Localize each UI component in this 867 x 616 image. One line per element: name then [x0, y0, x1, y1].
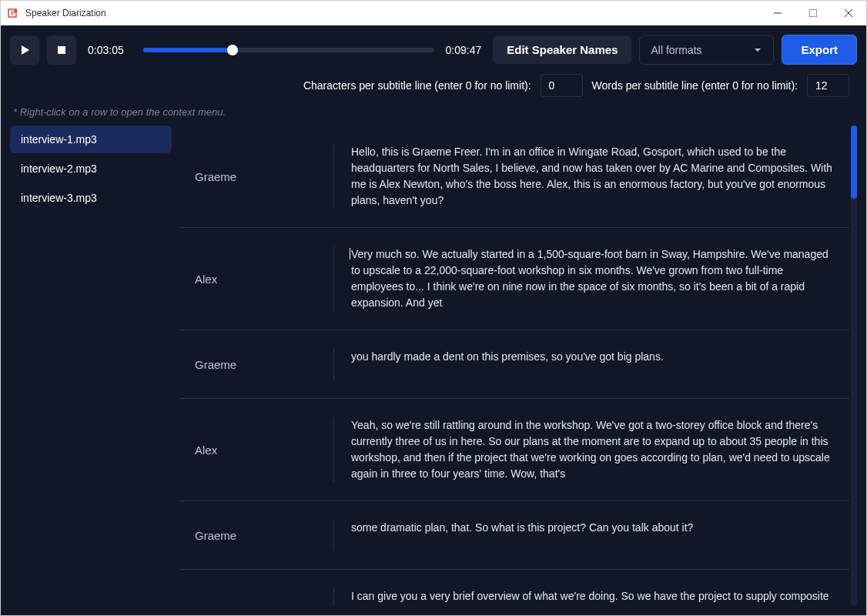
close-button[interactable] [831, 1, 866, 25]
segment-divider [333, 520, 334, 551]
format-dropdown[interactable]: All formats [639, 35, 774, 65]
transcript-segment[interactable]: AlexYeah, so we're still rattling around… [179, 399, 849, 501]
window-title: Speaker Diarization [25, 8, 760, 18]
segment-speaker: Alex [195, 417, 333, 482]
file-item[interactable]: interview-3.mp3 [10, 184, 172, 212]
titlebar: Speaker Diarization [1, 1, 866, 25]
file-item[interactable]: interview-2.mp3 [10, 155, 172, 182]
progress-track[interactable] [143, 48, 434, 52]
transcript-segment[interactable]: Graemeyou hardly made a dent on this pre… [179, 330, 849, 399]
svg-rect-2 [809, 9, 817, 17]
segment-speaker: Graeme [195, 520, 333, 551]
file-list: interview-1.mp3interview-2.mp3interview-… [10, 126, 172, 606]
minimize-button[interactable] [760, 1, 795, 25]
transcript: GraemeHello, this is Graeme Freer. I'm i… [179, 126, 849, 606]
progress-handle[interactable] [227, 45, 238, 55]
transcript-segment[interactable]: GraemeHello, this is Graeme Freer. I'm i… [179, 126, 849, 228]
svg-rect-5 [58, 46, 65, 54]
subtitle-options: Characters per subtitle line (enter 0 fo… [10, 74, 857, 97]
file-item[interactable]: interview-1.mp3 [10, 126, 172, 153]
segment-divider [333, 349, 334, 380]
chevron-down-icon [753, 45, 762, 55]
segment-speaker: Graeme [195, 144, 333, 209]
words-per-line-label: Words per subtitle line (enter 0 for no … [592, 79, 798, 92]
chars-per-line-label: Characters per subtitle line (enter 0 fo… [303, 79, 531, 92]
segment-divider [333, 588, 334, 606]
segment-text[interactable]: Hello, this is Graeme Freer. I'm in an o… [351, 144, 834, 209]
segment-divider [333, 417, 334, 482]
chars-per-line-input[interactable] [541, 74, 583, 97]
segment-text[interactable]: Very much so. We actually started in a 1… [351, 246, 834, 311]
stop-button[interactable] [47, 35, 76, 65]
toolbar: 0:03:05 0:09:47 Edit Speaker Names All f… [10, 35, 857, 65]
scrollbar[interactable] [851, 126, 857, 606]
duration-time: 0:09:47 [446, 44, 482, 56]
app-icon [7, 7, 19, 19]
app-body: 0:03:05 0:09:47 Edit Speaker Names All f… [1, 25, 866, 615]
segment-text[interactable]: some dramatic plan, that. So what is thi… [351, 520, 834, 551]
segment-divider [333, 144, 334, 209]
segment-text[interactable]: you hardly made a dent on this premises,… [351, 349, 834, 380]
play-button[interactable] [10, 35, 39, 65]
content-area: interview-1.mp3interview-2.mp3interview-… [10, 126, 857, 606]
edit-speaker-names-button[interactable]: Edit Speaker Names [493, 35, 631, 64]
export-button[interactable]: Export [782, 35, 857, 65]
segment-text[interactable]: I can give you a very brief overview of … [351, 588, 834, 606]
scrollbar-thumb[interactable] [851, 126, 857, 199]
context-menu-hint: * Right-click on a row to open the conte… [10, 106, 857, 118]
app-window: Speaker Diarization 0:03:05 0:09:47 [0, 0, 867, 616]
segment-speaker: Graeme [195, 349, 333, 380]
segment-speaker: Alex [195, 588, 333, 606]
progress-bar-wrap: 0:09:47 [132, 44, 486, 56]
progress-fill [143, 48, 233, 52]
segment-text[interactable]: Yeah, so we're still rattling around in … [351, 417, 834, 482]
transcript-segment[interactable]: AlexI can give you a very brief overview… [179, 570, 849, 606]
transcript-wrap: GraemeHello, this is Graeme Freer. I'm i… [179, 126, 857, 606]
format-dropdown-label: All formats [651, 44, 701, 56]
segment-divider [333, 246, 334, 311]
maximize-button[interactable] [795, 1, 831, 25]
segment-speaker: Alex [195, 246, 333, 311]
current-time: 0:03:05 [88, 44, 124, 56]
words-per-line-input[interactable] [807, 74, 849, 97]
window-controls [760, 1, 866, 25]
text-cursor [350, 248, 350, 259]
transcript-segment[interactable]: AlexVery much so. We actually started in… [179, 228, 849, 330]
transcript-segment[interactable]: Graemesome dramatic plan, that. So what … [179, 501, 849, 570]
